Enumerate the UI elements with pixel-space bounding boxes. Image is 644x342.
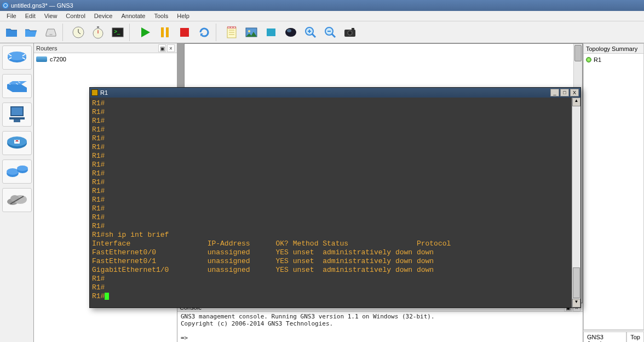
menu-control[interactable]: Control xyxy=(61,12,89,20)
terminal-icon xyxy=(91,89,98,96)
menu-view[interactable]: View xyxy=(40,12,62,20)
svg-point-17 xyxy=(287,29,291,32)
bottom-tabs: GNS3 Jungle Top xyxy=(583,330,644,342)
svg-rect-29 xyxy=(14,119,20,122)
svg-point-34 xyxy=(7,168,19,175)
device-pc[interactable] xyxy=(2,102,32,127)
status-led-icon xyxy=(586,57,591,62)
topology-item[interactable]: R1 xyxy=(586,55,641,65)
image-button[interactable] xyxy=(242,23,261,42)
stop-button[interactable] xyxy=(175,23,194,42)
terminal-output[interactable]: R1# R1# R1# R1# R1# R1# R1# R1# R1# R1# … xyxy=(90,98,572,307)
notepad-button[interactable] xyxy=(222,23,241,42)
right-side-panel: Topology Summary R1 GNS3 Jungle Top xyxy=(583,43,644,342)
toolbar: >_ xyxy=(0,21,644,43)
router-list-item[interactable]: c7200 xyxy=(36,54,175,64)
device-firewall[interactable] xyxy=(2,131,32,155)
toolbar-separator xyxy=(62,24,67,41)
toolbar-separator xyxy=(129,24,134,41)
panel-close-button[interactable]: × xyxy=(167,44,175,52)
clock-button[interactable] xyxy=(69,23,88,42)
router-item-label: c7200 xyxy=(50,56,66,62)
ellipse-button[interactable] xyxy=(281,23,300,42)
square-button[interactable] xyxy=(262,23,280,42)
app-icon xyxy=(2,2,9,9)
zoom-out-button[interactable] xyxy=(321,23,340,42)
svg-point-14 xyxy=(248,30,250,32)
window-title: untitled.gns3* — GNS3 xyxy=(11,2,73,9)
routers-panel-header: Routers ▣ × xyxy=(34,43,177,53)
zoom-in-button[interactable] xyxy=(301,23,320,42)
tab-top[interactable]: Top xyxy=(626,332,644,342)
svg-rect-32 xyxy=(14,140,20,144)
topology-item-label: R1 xyxy=(594,56,601,63)
topology-summary-panel: Topology Summary R1 xyxy=(583,43,644,330)
play-button[interactable] xyxy=(136,23,154,42)
pause-button[interactable] xyxy=(156,23,174,42)
svg-point-36 xyxy=(17,166,28,171)
folder-button[interactable] xyxy=(22,23,41,42)
menu-annotate[interactable]: Annotate xyxy=(117,12,150,20)
menubar: File Edit View Control Device Annotate T… xyxy=(0,11,644,21)
svg-rect-28 xyxy=(9,117,25,119)
terminal-window[interactable]: R1 _ □ X R1# R1# R1# R1# R1# R1# R1# R1#… xyxy=(89,87,581,308)
svg-text:>_: >_ xyxy=(114,29,120,35)
svg-rect-6 xyxy=(166,27,169,37)
svg-rect-15 xyxy=(267,29,275,36)
scroll-down-button[interactable]: ▼ xyxy=(572,299,580,307)
svg-point-22 xyxy=(348,31,352,35)
panel-undock-button[interactable]: ▣ xyxy=(158,44,166,52)
svg-point-16 xyxy=(285,28,296,37)
terminal-title: R1 xyxy=(100,89,108,96)
topology-title: Topology Summary xyxy=(586,45,637,52)
terminal-scrollbar[interactable]: ▲ ▼ xyxy=(572,98,580,307)
svg-point-11 xyxy=(231,27,232,28)
device-bar xyxy=(0,43,34,342)
router-icon xyxy=(36,56,47,62)
terminal-button[interactable]: >_ xyxy=(108,23,127,42)
scroll-thumb[interactable] xyxy=(573,267,580,298)
svg-rect-23 xyxy=(352,28,354,30)
device-switch[interactable] xyxy=(2,74,32,98)
menu-file[interactable]: File xyxy=(2,12,21,20)
titlebar: untitled.gns3* — GNS3 xyxy=(0,0,644,11)
camera-button[interactable] xyxy=(341,23,359,42)
reload-button[interactable] xyxy=(195,23,214,42)
menu-help[interactable]: Help xyxy=(173,12,194,20)
device-atm-switch[interactable] xyxy=(2,159,32,184)
terminal-minimize-button[interactable]: _ xyxy=(550,89,559,96)
tab-gns3-jungle[interactable]: GNS3 Jungle xyxy=(583,332,626,342)
svg-rect-5 xyxy=(161,27,164,37)
terminal-close-button[interactable]: X xyxy=(570,89,579,96)
svg-rect-7 xyxy=(180,28,189,37)
scroll-up-button[interactable]: ▲ xyxy=(572,98,580,106)
open-button[interactable] xyxy=(2,23,21,42)
menu-tools[interactable]: Tools xyxy=(150,12,173,20)
device-cloud[interactable] xyxy=(2,188,32,212)
terminal-titlebar[interactable]: R1 _ □ X xyxy=(90,88,580,98)
toolbar-separator xyxy=(216,24,220,41)
svg-rect-2 xyxy=(97,26,99,28)
routers-panel-title: Routers xyxy=(36,45,58,52)
svg-point-12 xyxy=(234,27,235,28)
svg-rect-27 xyxy=(12,107,22,115)
device-router[interactable] xyxy=(2,45,32,70)
stopwatch-button[interactable] xyxy=(89,23,107,42)
svg-point-25 xyxy=(8,52,26,60)
console-output[interactable]: GNS3 management console. Running GNS3 ve… xyxy=(177,312,583,342)
svg-point-10 xyxy=(228,27,229,28)
menu-edit[interactable]: Edit xyxy=(21,12,40,20)
menu-device[interactable]: Device xyxy=(90,12,117,20)
inbox-button[interactable] xyxy=(42,23,60,42)
terminal-maximize-button[interactable]: □ xyxy=(560,89,569,96)
